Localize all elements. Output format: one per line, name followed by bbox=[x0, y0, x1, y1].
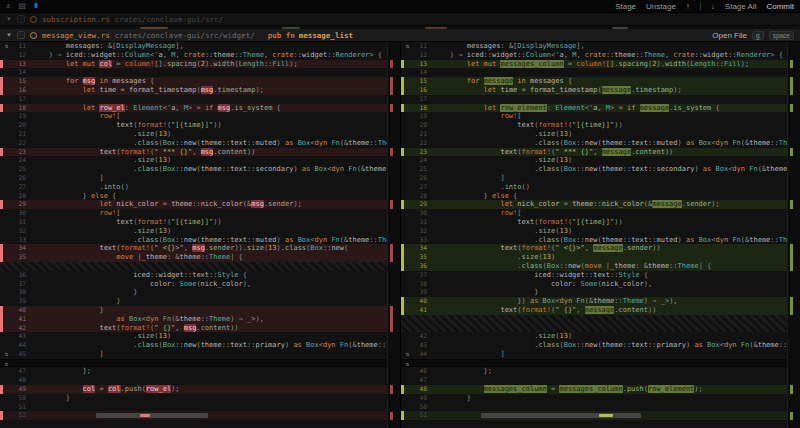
code-line[interactable]: 40 }) as Box<dyn Fn(&theme::Theme) → _>)… bbox=[401, 297, 800, 306]
code-line[interactable]: 43 .size(13) bbox=[0, 332, 400, 341]
code-text[interactable]: for msg in messages { bbox=[29, 77, 400, 86]
code-text[interactable] bbox=[430, 95, 800, 104]
code-text[interactable]: ) → iced::widget::Column<'a, M, crate::t… bbox=[29, 51, 400, 60]
code-text[interactable]: .class(Box::new(theme::text::muted) as B… bbox=[430, 139, 800, 148]
code-text[interactable]: }) as Box<dyn Fn(&theme::Theme) → _>), bbox=[430, 297, 800, 306]
code-line[interactable]: 15 for msg in messages { bbox=[0, 77, 400, 86]
code-text[interactable]: } bbox=[29, 288, 400, 297]
code-text[interactable]: .size(13) bbox=[29, 227, 400, 236]
code-text[interactable]: row![ bbox=[430, 209, 800, 218]
code-text[interactable]: let nick_color = theme::nick_color(&msg.… bbox=[29, 200, 400, 209]
nav-up-button[interactable]: ↑ bbox=[686, 2, 690, 11]
code-text[interactable] bbox=[29, 95, 400, 104]
code-text[interactable]: text(format!("[{time}]")) bbox=[430, 218, 800, 227]
code-line[interactable]: 33 .class(Box::new(theme::text::muted) a… bbox=[401, 236, 800, 245]
code-text[interactable]: messages: &[DisplayMessage], bbox=[29, 42, 400, 51]
code-line[interactable]: 41 as Box<dyn Fn(&theme::Theme) → _>), bbox=[0, 315, 400, 324]
code-line[interactable]: 16 let time = format_timestamp(message.t… bbox=[401, 86, 800, 95]
code-text[interactable]: let row_element: Element<'a, M> = if mes… bbox=[430, 104, 800, 113]
code-text[interactable]: .class(Box::new(theme::text::muted) as B… bbox=[29, 139, 400, 148]
code-line[interactable]: 48 messages_column = messages_column.pus… bbox=[401, 385, 800, 394]
code-line[interactable]: 32 .size(13) bbox=[401, 227, 800, 236]
code-text[interactable]: .size(13) bbox=[430, 253, 800, 262]
code-line[interactable]: 48 bbox=[0, 376, 400, 385]
code-text[interactable]: messages: &[DisplayMessage], bbox=[430, 42, 800, 51]
code-line[interactable]: 25 .class(Box::new(theme::text::secondar… bbox=[0, 165, 400, 174]
code-text[interactable] bbox=[29, 403, 400, 412]
expand-hunk-icon[interactable]: ⇅ bbox=[3, 360, 10, 367]
code-line[interactable]: 38 color: Some(nick_color), bbox=[401, 280, 800, 289]
code-text[interactable]: text(format!("[{time}]")) bbox=[29, 218, 400, 227]
code-line[interactable]: 36 iced::widget::text::Style { bbox=[0, 271, 400, 280]
code-text[interactable]: let mut messages_column = column![].spac… bbox=[430, 60, 800, 69]
code-text[interactable]: let time = format_timestamp(msg.timestam… bbox=[29, 86, 400, 95]
stage-checkbox[interactable] bbox=[17, 31, 25, 39]
code-text[interactable]: .class(Box::new(theme::text::muted) as B… bbox=[29, 236, 400, 245]
code-text[interactable]: }; bbox=[29, 367, 400, 376]
code-line[interactable]: 37 color: Some(nick_color), bbox=[0, 280, 400, 289]
code-text[interactable]: .size(13) bbox=[430, 156, 800, 165]
code-line[interactable]: ⇅11 messages: &[DisplayMessage], bbox=[0, 42, 400, 51]
code-text[interactable]: row![ bbox=[29, 112, 400, 121]
code-text[interactable]: } bbox=[29, 306, 400, 315]
expand-hunk-icon[interactable]: ⇅ bbox=[404, 42, 411, 51]
code-text[interactable]: .size(13) bbox=[430, 332, 800, 341]
code-line[interactable]: 19 row![ bbox=[401, 112, 800, 121]
code-line[interactable]: 43 .class(Box::new(theme::text::primary)… bbox=[401, 341, 800, 350]
code-line[interactable]: 49 } bbox=[401, 394, 800, 403]
code-text[interactable]: .class(Box::new(theme::text::secondary) … bbox=[29, 165, 400, 174]
code-line[interactable]: 13 let mut messages_column = column![].s… bbox=[401, 60, 800, 69]
code-line[interactable]: ⇅45 ] bbox=[0, 350, 400, 359]
chevron-down-icon[interactable]: ▼ bbox=[6, 32, 12, 38]
code-line[interactable]: 46 }; bbox=[401, 367, 800, 376]
vertical-scrollbar[interactable] bbox=[787, 42, 800, 428]
code-text[interactable]: .size(13) bbox=[29, 130, 400, 139]
expand-hunk-icon[interactable]: ⇅ bbox=[3, 350, 10, 359]
code-text[interactable]: text(format!(" {}", msg.content)) bbox=[29, 324, 400, 333]
code-line[interactable]: 41 text(format!(" {}", message.content)) bbox=[401, 306, 800, 315]
code-text[interactable]: .size(13) bbox=[430, 130, 800, 139]
file-header-subscription[interactable]: ▼ subscription.rs crates/conclave-gui/sr… bbox=[0, 13, 800, 26]
code-line[interactable]: 24 .size(13) bbox=[0, 156, 400, 165]
code-text[interactable]: text(format!(" <{}>", msg.sender)).size(… bbox=[29, 244, 400, 253]
code-line[interactable]: 34 text(format!(" <{}>", message.sender)… bbox=[401, 244, 800, 253]
code-line[interactable]: 35 .size(13) bbox=[401, 253, 800, 262]
code-line[interactable]: 51 bbox=[0, 403, 400, 412]
code-line[interactable]: 50 } bbox=[0, 394, 400, 403]
code-line[interactable]: 24 .size(13) bbox=[401, 156, 800, 165]
code-line[interactable]: 47 }; bbox=[0, 367, 400, 376]
code-text[interactable]: row![ bbox=[29, 209, 400, 218]
code-text[interactable]: ] bbox=[29, 350, 400, 359]
code-text[interactable]: }; bbox=[430, 367, 800, 376]
code-line[interactable]: 20 text(format!("[{time}]")) bbox=[0, 121, 400, 130]
stage-all-button[interactable]: Stage All bbox=[725, 2, 757, 11]
code-text[interactable]: col = col.push(row_el); bbox=[29, 385, 400, 394]
code-line[interactable]: 27 .into() bbox=[401, 183, 800, 192]
chevron-down-icon[interactable]: ▼ bbox=[6, 16, 12, 22]
vertical-scrollbar[interactable] bbox=[387, 42, 400, 428]
code-text[interactable] bbox=[29, 68, 400, 77]
code-text[interactable]: let time = format_timestamp(message.time… bbox=[430, 86, 800, 95]
code-line[interactable]: 23 text(format!(" *** {}", msg.content)) bbox=[0, 148, 400, 157]
code-line[interactable]: 12 ) → iced::widget::Column<'a, M, crate… bbox=[0, 51, 400, 60]
code-text[interactable]: move |_theme: &theme::Theme| { bbox=[29, 253, 400, 262]
code-text[interactable]: ) → iced::widget::Column<'a, M, crate::t… bbox=[430, 51, 800, 60]
file-name[interactable]: message_view.rs bbox=[42, 31, 110, 40]
code-text[interactable]: } else { bbox=[430, 192, 800, 201]
code-text[interactable]: ] bbox=[430, 350, 800, 359]
expand-hunk-icon[interactable]: ⇅ bbox=[404, 350, 411, 359]
code-line[interactable]: ⇅44 ] bbox=[401, 350, 800, 359]
code-text[interactable]: let mut col = column![].spacing(2).width… bbox=[29, 60, 400, 69]
code-line[interactable]: 14 bbox=[0, 68, 400, 77]
code-line[interactable]: 18 let row_element: Element<'a, M> = if … bbox=[401, 104, 800, 113]
code-line[interactable]: 47 bbox=[401, 376, 800, 385]
code-line[interactable]: 18 let row_el: Element<'a, M> = if msg.i… bbox=[0, 104, 400, 113]
code-text[interactable]: text(format!(" <{}>", message.sender)) bbox=[430, 244, 800, 253]
code-text[interactable]: text(format!("[{time}]")) bbox=[430, 121, 800, 130]
diff-pane-old[interactable]: ⇅11 messages: &[DisplayMessage],12 ) → i… bbox=[0, 42, 400, 428]
code-line[interactable]: 38 } bbox=[0, 288, 400, 297]
code-text[interactable] bbox=[430, 403, 800, 412]
code-line[interactable]: 34 text(format!(" <{}>", msg.sender)).si… bbox=[0, 244, 400, 253]
code-text[interactable]: .size(13) bbox=[29, 332, 400, 341]
clipped-code-line[interactable]: 52 bbox=[0, 411, 400, 420]
